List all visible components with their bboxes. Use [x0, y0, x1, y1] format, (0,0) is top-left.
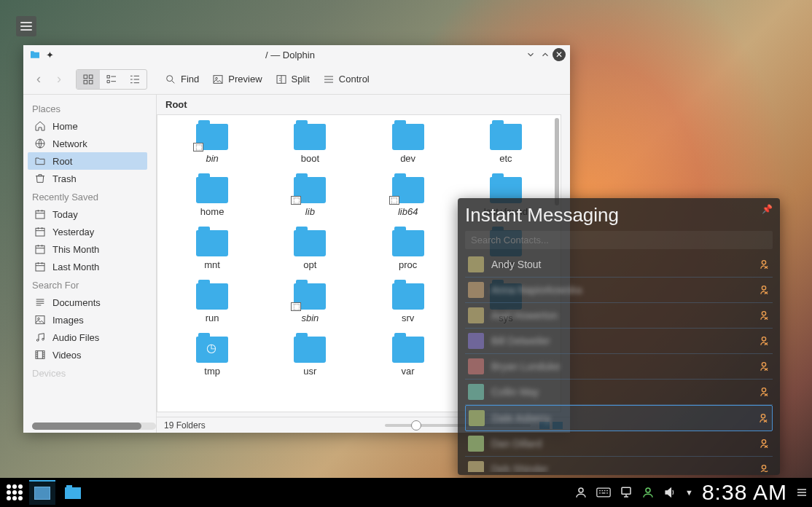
folder-icon [294, 177, 326, 203]
avatar [468, 384, 484, 400]
contact-row[interactable]: Dale Asberry [465, 405, 773, 431]
window-title: / — Dolphin [57, 50, 523, 60]
pin-icon[interactable]: ✦ [42, 47, 57, 62]
svg-rect-4 [107, 75, 109, 77]
folder-boot[interactable]: boot [261, 124, 359, 164]
contact-row[interactable]: Bryan Lunduke [465, 354, 773, 380]
folder-icon [196, 124, 228, 150]
panel-menu-icon[interactable] [796, 487, 808, 498]
grid-scrollbar[interactable] [555, 118, 559, 205]
svg-rect-13 [36, 263, 44, 271]
sidebar-item-network[interactable]: Network [28, 135, 147, 152]
contact-row[interactable]: Axel Howerton [465, 303, 773, 329]
minimize-button[interactable] [523, 47, 538, 62]
details-view-button[interactable] [123, 70, 147, 89]
folder-lib[interactable]: lib [261, 177, 359, 217]
sidebar-item-videos[interactable]: Videos [28, 346, 147, 363]
svg-rect-3 [89, 80, 93, 84]
folder-usr[interactable]: usr [261, 337, 359, 377]
root-icon [34, 155, 47, 167]
folder-tmp[interactable]: tmp [163, 337, 261, 377]
folder-icon [392, 124, 424, 150]
contact-row[interactable]: Dan Dillard [465, 431, 773, 457]
clock[interactable]: 8:38 AM [702, 480, 787, 505]
split-button[interactable]: Split [270, 70, 316, 89]
user-icon[interactable] [574, 486, 587, 499]
folder-var[interactable]: var [359, 337, 457, 377]
contact-row[interactable]: Bill Detweiler [465, 329, 773, 354]
sidebar-item-label: This Month [52, 244, 99, 255]
sidebar-item-last-month[interactable]: Last Month [28, 258, 147, 275]
contact-row[interactable]: Anna Napiorkowska [465, 278, 773, 303]
network-icon[interactable] [620, 486, 633, 499]
tray-expand-icon[interactable]: ▼ [685, 488, 693, 497]
folder-etc[interactable]: etc [457, 124, 555, 164]
contact-row[interactable]: Andy Stout [465, 252, 773, 278]
svg-point-19 [762, 261, 765, 264]
keyboard-icon[interactable] [596, 487, 611, 498]
folder-label: mnt [204, 259, 220, 270]
task-dolphin-window[interactable] [29, 480, 55, 505]
away-status-icon [758, 310, 770, 321]
svg-point-20 [762, 286, 765, 290]
folder-lib64[interactable]: lib64 [359, 177, 457, 217]
sidebar-item-today[interactable]: Today [28, 205, 147, 223]
folder-icon [196, 177, 228, 203]
folder-icon [196, 230, 228, 256]
folder-proc[interactable]: proc [359, 230, 457, 270]
sidebar-item-root[interactable]: Root [28, 152, 147, 170]
sidebar-item-documents[interactable]: Documents [28, 294, 147, 311]
control-button[interactable]: Control [317, 70, 375, 89]
sidebar-item-this-month[interactable]: This Month [28, 240, 147, 258]
im-title: Instant Messaging [465, 204, 619, 227]
folder-icon [294, 124, 326, 150]
sidebar-item-label: Yesterday [52, 227, 94, 237]
sidebar-item-trash[interactable]: Trash [28, 170, 147, 187]
desktop-menu-button[interactable] [16, 16, 36, 36]
contact-row[interactable]: Deb Shinder [465, 457, 773, 472]
folder-label: bin [206, 153, 218, 164]
forward-button[interactable]: › [50, 68, 69, 90]
close-button[interactable]: ✕ [553, 48, 566, 61]
recent-header: Recently Saved [28, 187, 156, 205]
svg-rect-30 [622, 487, 631, 494]
sidebar-item-label: Home [52, 121, 78, 132]
folder-home[interactable]: home [163, 177, 261, 217]
sidebar-item-label: Trash [52, 173, 77, 184]
toolbar: ‹ › Find Preview Split Control [23, 64, 570, 95]
folder-bin[interactable]: bin [163, 124, 261, 164]
contact-row[interactable]: Collin May [465, 380, 773, 405]
sidebar-item-yesterday[interactable]: Yesterday [28, 223, 147, 240]
folder-run[interactable]: run [163, 283, 261, 323]
maximize-button[interactable] [538, 47, 553, 62]
preview-button[interactable]: Preview [206, 70, 268, 89]
task-dolphin-pinned[interactable] [60, 480, 86, 505]
back-button[interactable]: ‹ [29, 68, 48, 90]
app-launcher[interactable] [4, 482, 25, 503]
breadcrumb[interactable]: Root [157, 95, 570, 114]
avatar [469, 410, 485, 426]
avatar [468, 461, 484, 472]
sidebar-scrollbar-horizontal[interactable] [32, 422, 156, 430]
svg-point-24 [762, 388, 765, 392]
view-mode-group [76, 69, 147, 90]
folder-opt[interactable]: opt [261, 230, 359, 270]
titlebar[interactable]: ✦ / — Dolphin ✕ [23, 45, 570, 64]
sidebar-item-audio-files[interactable]: Audio Files [28, 329, 147, 346]
folder-sbin[interactable]: sbin [261, 283, 359, 323]
folder-dev[interactable]: dev [359, 124, 457, 164]
sidebar-item-label: Audio Files [52, 332, 99, 343]
compact-view-button[interactable] [100, 70, 123, 89]
volume-icon[interactable] [663, 486, 676, 499]
sidebar-item-label: Today [52, 209, 78, 220]
pin-icon[interactable]: 📌 [762, 204, 773, 214]
folder-srv[interactable]: srv [359, 283, 457, 323]
sidebar-item-home[interactable]: Home [28, 117, 147, 135]
im-search-input[interactable] [465, 231, 773, 249]
folder-mnt[interactable]: mnt [163, 230, 261, 270]
svg-point-21 [762, 312, 765, 315]
icons-view-button[interactable] [77, 70, 100, 89]
sidebar-item-images[interactable]: Images [28, 311, 147, 329]
im-status-icon[interactable] [641, 486, 655, 499]
find-button[interactable]: Find [159, 70, 205, 89]
